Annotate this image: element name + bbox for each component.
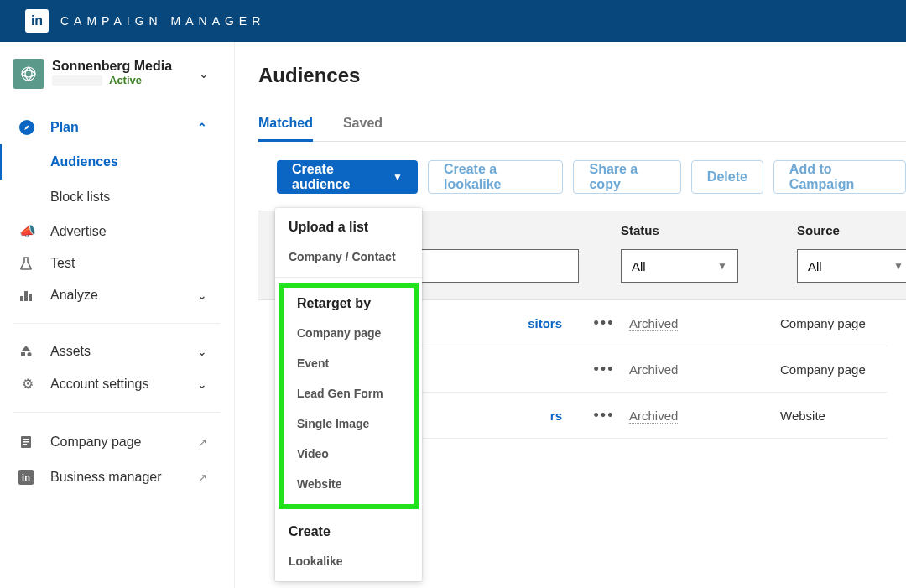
- toolbar: Create audience ▼ Create a lookalike Sha…: [258, 142, 906, 194]
- svg-rect-8: [23, 439, 29, 440]
- nav-account-settings[interactable]: ⚙ Account settings ⌄: [10, 367, 224, 400]
- link-label: Company page: [50, 434, 142, 450]
- caret-down-icon: ▼: [393, 171, 403, 183]
- svg-rect-9: [23, 441, 29, 443]
- row-source: Company page: [780, 362, 906, 377]
- svg-rect-4: [29, 294, 32, 301]
- dropdown-section-upload: Upload a list: [275, 208, 422, 242]
- svg-text:in: in: [22, 472, 30, 482]
- content-area: Sonnenberg Media Active ⌄ Plan ⌃ Audienc…: [0, 42, 906, 588]
- nav-label: Account settings: [50, 377, 148, 392]
- top-bar: in CAMPAIGN MANAGER: [0, 0, 906, 42]
- chevron-down-icon: ⌄: [197, 345, 216, 358]
- flask-icon: [18, 256, 37, 271]
- external-link-icon: ↗: [198, 471, 216, 484]
- dropdown-section-retarget: Retarget by: [284, 288, 414, 318]
- nav-test[interactable]: Test: [10, 247, 224, 279]
- account-id-redacted: [52, 75, 102, 86]
- svg-rect-3: [24, 291, 28, 301]
- create-audience-dropdown: Upload a list Company / Contact Retarget…: [275, 208, 422, 581]
- filter-status: Status All ▼: [621, 223, 772, 283]
- dropdown-item-company-contact[interactable]: Company / Contact: [275, 242, 422, 272]
- dropdown-item-lead-gen-form[interactable]: Lead Gen Form: [284, 378, 414, 408]
- tab-matched[interactable]: Matched: [258, 116, 313, 141]
- nav-plan-subnav: Audiences Block lists: [42, 144, 224, 215]
- dropdown-item-single-image[interactable]: Single Image: [284, 408, 414, 439]
- megaphone-icon: 📣: [18, 223, 37, 239]
- sidebar: Sonnenberg Media Active ⌄ Plan ⌃ Audienc…: [0, 42, 235, 588]
- gear-icon: ⚙: [18, 376, 37, 392]
- svg-point-6: [28, 352, 32, 356]
- highlight-annotation: Retarget by Company page Event Lead Gen …: [279, 283, 419, 509]
- chevron-down-icon: ⌄: [197, 377, 216, 391]
- bar-chart-icon: [18, 288, 37, 303]
- svg-rect-10: [23, 444, 27, 445]
- chevron-down-icon[interactable]: ⌄: [199, 67, 221, 81]
- row-status: Archived: [629, 316, 780, 330]
- create-lookalike-button[interactable]: Create a lookalike: [428, 160, 563, 194]
- chevron-down-icon: ⌄: [197, 289, 216, 302]
- row-actions-icon[interactable]: •••: [579, 315, 629, 332]
- status-select[interactable]: All ▼: [621, 249, 738, 283]
- filter-source: Source All ▼: [797, 223, 906, 283]
- tabs: Matched Saved: [258, 116, 906, 142]
- column-header-source: Source: [797, 223, 906, 237]
- tab-saved[interactable]: Saved: [343, 116, 383, 141]
- source-select[interactable]: All ▼: [797, 249, 906, 283]
- nav-label: Advertise: [50, 224, 107, 239]
- svg-rect-2: [20, 296, 23, 301]
- dropdown-item-event[interactable]: Event: [284, 348, 414, 378]
- row-source: Company page: [780, 316, 906, 330]
- caret-down-icon: ▼: [893, 260, 903, 272]
- link-company-page[interactable]: Company page ↗: [10, 424, 224, 460]
- divider: [13, 412, 221, 413]
- nav-plan[interactable]: Plan ⌃: [10, 111, 224, 144]
- row-source: Website: [780, 408, 906, 423]
- dropdown-item-website[interactable]: Website: [284, 469, 414, 499]
- row-actions-icon[interactable]: •••: [579, 407, 629, 424]
- nav-assets[interactable]: Assets ⌄: [10, 336, 224, 367]
- select-value: All: [808, 259, 822, 273]
- create-audience-button[interactable]: Create audience ▼: [277, 160, 418, 194]
- nav-advertise[interactable]: 📣 Advertise: [10, 215, 224, 247]
- account-status: Active: [109, 74, 142, 86]
- nav-label: Assets: [50, 344, 91, 359]
- share-copy-button[interactable]: Share a copy: [573, 160, 680, 194]
- linkedin-icon: in: [18, 470, 37, 485]
- add-to-campaign-button[interactable]: Add to Campaign: [773, 160, 906, 194]
- account-name: Sonnenberg Media: [52, 59, 199, 74]
- link-label: Business manager: [50, 470, 162, 485]
- select-value: All: [632, 259, 646, 273]
- nav-label: Test: [50, 256, 75, 271]
- svg-rect-5: [21, 352, 25, 356]
- page-icon: [18, 434, 37, 450]
- row-actions-icon[interactable]: •••: [579, 361, 629, 378]
- account-switcher[interactable]: Sonnenberg Media Active ⌄: [10, 59, 224, 89]
- shapes-icon: [18, 344, 37, 359]
- subnav-blocklists[interactable]: Block lists: [42, 180, 224, 215]
- nav-label: Analyze: [50, 288, 98, 303]
- svg-point-0: [22, 67, 35, 81]
- nav-analyze[interactable]: Analyze ⌄: [10, 279, 224, 311]
- external-link-icon: ↗: [198, 436, 216, 449]
- divider: [275, 277, 422, 278]
- row-status: Archived: [629, 362, 780, 377]
- subnav-audiences[interactable]: Audiences: [42, 144, 224, 180]
- dropdown-section-create: Create: [275, 513, 422, 546]
- dropdown-item-lookalike[interactable]: Lookalike: [275, 546, 422, 581]
- dropdown-item-video[interactable]: Video: [284, 439, 414, 469]
- nav-label: Plan: [50, 120, 79, 135]
- compass-icon: [18, 119, 37, 136]
- dropdown-item-company-page[interactable]: Company page: [284, 318, 414, 348]
- chevron-up-icon: ⌃: [197, 121, 216, 134]
- page-title: Audiences: [258, 64, 906, 87]
- column-header-status: Status: [621, 223, 772, 237]
- row-status: Archived: [629, 408, 780, 423]
- link-business-manager[interactable]: in Business manager ↗: [10, 460, 224, 495]
- account-logo-icon: [13, 59, 44, 89]
- button-label: Create audience: [292, 162, 384, 192]
- divider: [13, 323, 221, 324]
- account-info: Sonnenberg Media Active: [52, 59, 199, 86]
- linkedin-logo-icon: in: [25, 9, 49, 33]
- delete-button[interactable]: Delete: [691, 160, 763, 194]
